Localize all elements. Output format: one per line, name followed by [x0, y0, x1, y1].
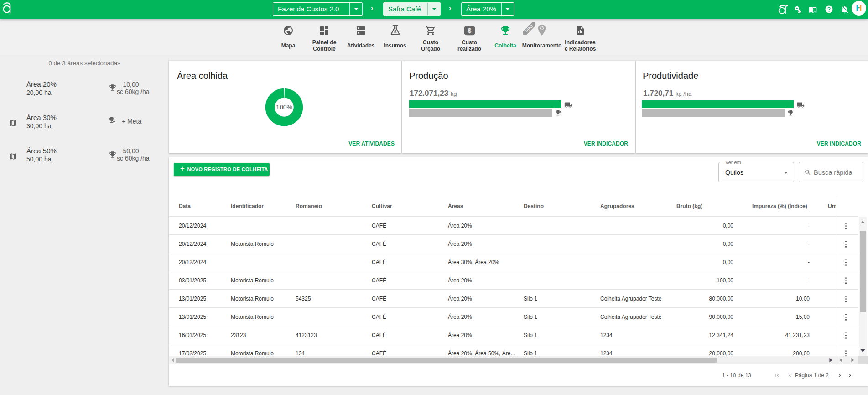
svg-text:100%: 100% — [276, 104, 292, 111]
svg-text:$: $ — [468, 27, 471, 34]
